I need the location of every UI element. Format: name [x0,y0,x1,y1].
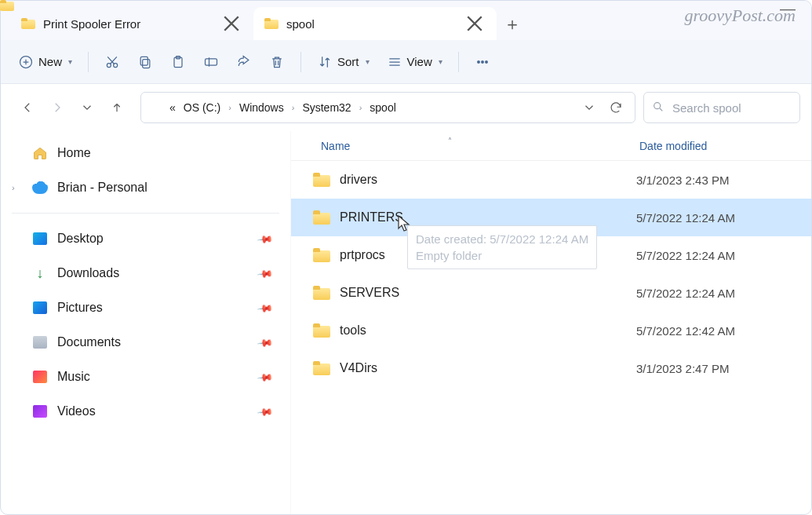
sidebar-item-documents[interactable]: Documents 📌 [1,325,290,360]
chevron-down-icon: ▾ [68,57,72,66]
pin-icon[interactable]: 📌 [257,230,274,247]
folder-name: PRINTERS [340,210,403,225]
recent-locations-button[interactable] [78,98,96,117]
sidebar-divider [12,213,279,214]
tab-print-spooler-error[interactable]: Print Spooler Error [10,7,253,40]
column-header-name[interactable]: ˄ Name [291,140,636,152]
sidebar-item-onedrive[interactable]: › Brian - Personal [1,170,290,205]
svg-point-10 [485,60,487,63]
breadcrumb-os[interactable]: OS (C:) [182,100,222,115]
watermark: groovyPost.com [684,5,796,26]
delete-button[interactable] [263,48,291,76]
navigation-sidebar: Home › Brian - Personal Desktop 📌 ↓ Down… [1,131,291,515]
search-box[interactable] [643,92,800,123]
search-input[interactable] [671,100,792,115]
column-header-row: ˄ Name Date modified [291,131,811,161]
rename-button[interactable] [197,48,225,76]
folder-date: 5/7/2022 12:42 AM [636,324,811,338]
folder-icon [313,323,330,338]
folder-icon [313,173,330,187]
sort-icon [317,54,333,70]
pin-icon[interactable]: 📌 [257,265,274,282]
up-button[interactable] [107,98,126,117]
toolbar: New ▾ [1,40,811,84]
new-button[interactable]: New ▾ [12,48,78,76]
tab-close-button[interactable] [220,13,242,35]
address-bar[interactable]: « OS (C:) › Windows › System32 › spool [140,92,635,123]
back-button[interactable] [18,98,37,117]
sidebar-item-downloads[interactable]: ↓ Downloads 📌 [1,256,290,290]
scissors-icon [104,54,120,70]
search-icon [652,100,665,115]
rename-icon [203,54,219,70]
window-minimize-button[interactable]: — [780,0,796,18]
folder-row[interactable]: V4Dirs3/1/2023 2:47 PM [291,349,811,387]
sidebar-item-desktop[interactable]: Desktop 📌 [1,221,290,256]
column-header-date[interactable]: Date modified [636,140,811,152]
refresh-button[interactable] [605,97,627,119]
tab-spool[interactable]: spool [253,7,497,40]
folder-date: 3/1/2023 2:43 PM [636,173,811,187]
sidebar-item-music[interactable]: Music 📌 [1,360,290,394]
chevron-right-icon: › [227,103,233,112]
share-button[interactable] [230,48,258,76]
sort-ascending-icon: ˄ [448,137,452,145]
new-tab-button[interactable]: ＋ [497,9,528,40]
breadcrumb-system32[interactable]: System32 [300,100,352,115]
chevron-right-icon[interactable]: › [12,183,15,192]
folder-row[interactable]: SERVERS5/7/2022 12:24 AM [291,274,811,312]
sort-button[interactable]: Sort ▾ [311,48,376,76]
nav-arrows [12,98,133,117]
sidebar-item-pictures[interactable]: Pictures 📌 [1,290,290,325]
view-label: View [407,55,432,68]
separator [458,52,459,72]
paste-button[interactable] [164,48,192,76]
svg-point-11 [654,102,661,108]
sidebar-item-label: Desktop [57,232,104,246]
new-label: New [38,55,62,68]
forward-button[interactable] [48,98,67,117]
tooltip-line: Empty folder [416,247,588,264]
folder-row[interactable]: drivers3/1/2023 2:43 PM [291,161,811,199]
folder-name: prtprocs [340,248,385,262]
tab-close-button[interactable] [464,13,486,35]
plus-circle-icon [18,54,34,70]
sidebar-item-label: Downloads [57,266,119,280]
cut-button[interactable] [98,48,126,76]
svg-rect-4 [140,57,147,65]
pin-icon[interactable]: 📌 [257,299,274,316]
trash-icon [269,54,285,70]
sort-label: Sort [337,55,359,68]
folder-row[interactable]: tools5/7/2022 12:42 AM [291,312,811,349]
address-history-button[interactable] [578,97,600,119]
pin-icon[interactable]: 📌 [257,403,274,420]
pictures-icon [32,301,48,315]
folder-name: tools [340,323,366,338]
folder-date: 5/7/2022 12:24 AM [636,249,811,262]
folder-tooltip: Date created: 5/7/2022 12:24 AM Empty fo… [407,225,597,269]
breadcrumb-spool[interactable]: spool [368,100,397,115]
view-button[interactable]: View ▾ [381,48,449,76]
svg-point-9 [481,60,483,63]
folder-icon [264,18,279,29]
separator [300,52,301,72]
copy-button[interactable] [131,48,159,76]
tooltip-line: Date created: 5/7/2022 12:24 AM [416,231,588,247]
sidebar-item-label: Home [57,146,91,160]
pin-icon[interactable]: 📌 [257,368,274,385]
list-icon [387,54,402,70]
folder-date: 5/7/2022 12:24 AM [636,211,811,225]
more-button[interactable] [468,48,497,76]
pin-icon[interactable]: 📌 [257,334,274,351]
ellipsis-icon [475,54,490,70]
address-row: « OS (C:) › Windows › System32 › spool [1,84,811,131]
clipboard-icon [170,54,186,70]
documents-icon [32,335,48,349]
breadcrumb-windows[interactable]: Windows [238,100,286,115]
tab-title: Print Spooler Error [43,17,220,31]
sidebar-item-home[interactable]: Home [1,136,290,170]
folder-name: V4Dirs [340,361,377,375]
sidebar-item-videos[interactable]: Videos 📌 [1,394,290,429]
folder-icon [313,210,330,225]
breadcrumb-overflow[interactable]: « [168,100,177,115]
